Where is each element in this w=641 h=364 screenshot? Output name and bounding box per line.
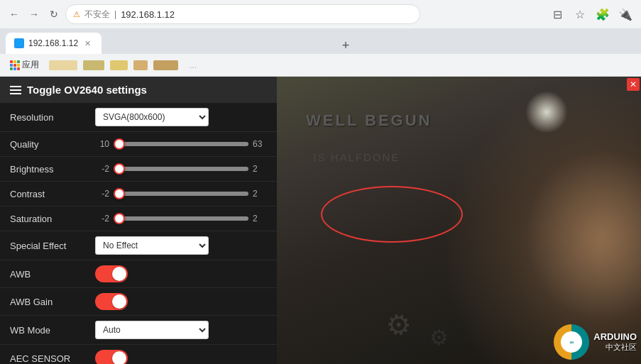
contrast-min: -2: [95, 189, 109, 199]
address-bar[interactable]: ⚠ 不安全 | 192.168.1.12: [65, 4, 420, 24]
brightness-min: -2: [95, 164, 109, 174]
wb-mode-row: WB Mode Auto Sunny Cloudy Office Home: [0, 316, 277, 345]
hand-detail: [513, 134, 641, 336]
contrast-row: Contrast -2 2: [0, 182, 277, 206]
saturation-slider-container: -2 2: [95, 211, 267, 226]
cast-button[interactable]: ⊟: [547, 4, 567, 24]
oval-highlight: [321, 186, 463, 243]
more-bookmarks: ...: [190, 60, 197, 70]
new-tab-button[interactable]: +: [337, 37, 354, 54]
watermark-line1: ARDUINO: [593, 331, 637, 342]
camera-text2: IS HALFDONE: [313, 151, 400, 163]
awb-toggle[interactable]: [95, 265, 128, 282]
panel-header: Toggle OV2640 settings: [0, 77, 277, 103]
page-content: Toggle OV2640 settings Resolution SVGA(8…: [0, 77, 641, 364]
awb-gain-row: AWB Gain: [0, 288, 277, 316]
saturation-label: Saturation: [10, 214, 95, 224]
toolbar-icons: ⊟ ☆ 🧩 🔌: [547, 4, 635, 24]
panel-title: Toggle OV2640 settings: [27, 84, 147, 96]
bookmark-placeholder4: [133, 60, 148, 70]
saturation-max: 2: [253, 214, 267, 224]
contrast-max: 2: [253, 189, 267, 199]
resolution-select[interactable]: SVGA(800x600) UXGA(1600x1200) SXGA(1280x…: [95, 108, 209, 126]
bookmark-placeholder5: [153, 60, 178, 70]
awb-gain-toggle[interactable]: [95, 293, 128, 310]
contrast-control: -2 2: [95, 187, 267, 201]
saturation-row: Saturation -2 2: [0, 206, 277, 231]
watermark-text: ARDUINO 中文社区: [593, 331, 637, 353]
address-text: 192.168.1.12: [121, 9, 175, 20]
awb-track: [95, 265, 128, 282]
tab-close-button[interactable]: ✕: [82, 38, 93, 49]
watermark: ∞ ARDUINO 中文社区: [554, 324, 637, 360]
awb-gain-label: AWB Gain: [10, 297, 95, 307]
settings-panel: Toggle OV2640 settings Resolution SVGA(8…: [0, 77, 277, 364]
resolution-label: Resolution: [10, 112, 95, 123]
bookmark-placeholder2: [83, 60, 104, 70]
special-effect-select[interactable]: No Effect Negative Grayscale Red Tint Gr…: [95, 236, 209, 255]
reload-button[interactable]: ↻: [45, 6, 62, 23]
awb-row: AWB: [0, 260, 277, 288]
brightness-max: 2: [253, 164, 267, 174]
brightness-control: -2 2: [95, 162, 267, 176]
quality-slider[interactable]: [114, 142, 248, 146]
camera-background: WELL BEGUN IS HALFDONE ⚙ ⚙ ✕ ∞ ARDUINO: [277, 77, 641, 364]
address-separator: |: [114, 9, 116, 19]
brightness-slider-wrapper: [114, 162, 248, 176]
camera-close-button[interactable]: ✕: [627, 78, 640, 91]
apps-bookmark[interactable]: 应用: [6, 57, 43, 73]
security-text: 不安全: [84, 9, 110, 21]
wb-mode-control: Auto Sunny Cloudy Office Home: [95, 321, 267, 339]
contrast-slider[interactable]: [114, 192, 248, 196]
tab-5[interactable]: [278, 33, 334, 54]
quality-row: Quality 10 63: [0, 132, 277, 157]
arduino-logo: ∞: [554, 324, 589, 360]
forward-button[interactable]: →: [26, 6, 43, 23]
brightness-slider[interactable]: [114, 167, 248, 171]
aec-sensor-track: [95, 350, 128, 364]
quality-label: Quality: [10, 139, 95, 150]
bookmark-placeholder3: [110, 60, 128, 70]
quality-min: 10: [95, 139, 109, 149]
favicon: 🌐: [14, 38, 24, 48]
bookmark-placeholder1: [49, 60, 77, 70]
hamburger-menu[interactable]: [10, 86, 21, 94]
aec-sensor-toggle[interactable]: [95, 350, 128, 364]
back-button[interactable]: ←: [6, 6, 23, 23]
awb-label: AWB: [10, 269, 95, 280]
tab-2[interactable]: [103, 33, 160, 54]
saturation-min: -2: [95, 214, 109, 224]
quality-control: 10 63: [95, 137, 267, 151]
saturation-slider-wrapper: [114, 211, 248, 226]
special-effect-row: Special Effect No Effect Negative Graysc…: [0, 231, 277, 260]
aec-sensor-label: AEC SENSOR: [10, 353, 95, 364]
brightness-row: Brightness -2 2: [0, 157, 277, 182]
bookmark-button[interactable]: ☆: [570, 4, 590, 24]
quality-max: 63: [253, 139, 267, 149]
awb-thumb: [112, 267, 126, 281]
tab-3[interactable]: [161, 33, 218, 54]
tab-4[interactable]: [219, 33, 276, 54]
quality-slider-wrapper: [114, 137, 248, 151]
apps-label: 应用: [22, 59, 39, 71]
aec-sensor-control: [95, 350, 267, 364]
aec-sensor-thumb: [112, 351, 126, 364]
contrast-slider-wrapper: [114, 187, 248, 201]
saturation-slider[interactable]: [114, 216, 248, 221]
awb-gain-thumb: [112, 294, 126, 309]
saturation-control: -2 2: [95, 211, 267, 226]
watermark-line2: 中文社区: [593, 342, 637, 353]
extension-button1[interactable]: 🧩: [593, 4, 613, 24]
resolution-row: Resolution SVGA(800x600) UXGA(1600x1200)…: [0, 103, 277, 132]
wb-mode-select[interactable]: Auto Sunny Cloudy Office Home: [95, 321, 209, 339]
arduino-inner: ∞: [561, 331, 582, 353]
awb-gain-track: [95, 293, 128, 310]
nav-bar: ← → ↻ ⚠ 不安全 | 192.168.1.12 ⊟ ☆ 🧩 🔌: [0, 0, 641, 28]
tab-active[interactable]: 🌐 192.168.1.12 ✕: [6, 33, 102, 54]
brightness-slider-container: -2 2: [95, 162, 267, 176]
awb-control: [95, 265, 267, 282]
contrast-slider-container: -2 2: [95, 187, 267, 201]
extension-button2[interactable]: 🔌: [615, 4, 635, 24]
aec-sensor-row: AEC SENSOR: [0, 345, 277, 364]
wb-mode-label: WB Mode: [10, 325, 95, 336]
